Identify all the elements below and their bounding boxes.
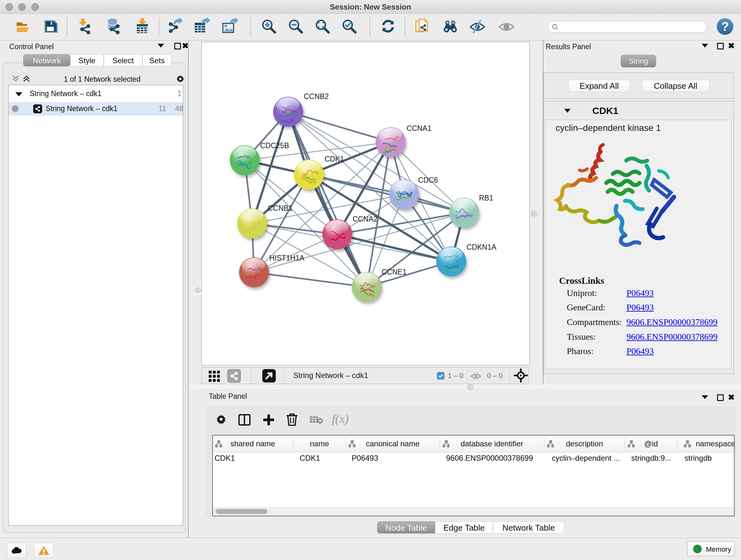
svg-text:CCNA2: CCNA2 xyxy=(353,215,378,223)
svg-text:HIST1H1A: HIST1H1A xyxy=(269,254,305,262)
svg-text:CCNA1: CCNA1 xyxy=(407,124,431,132)
svg-text:RB1: RB1 xyxy=(479,194,493,202)
svg-text:CCNE1: CCNE1 xyxy=(382,268,407,276)
svg-text:CCNB1: CCNB1 xyxy=(268,204,293,212)
svg-text:CCNB2: CCNB2 xyxy=(304,92,329,101)
svg-text:CDKN1A: CDKN1A xyxy=(467,243,496,251)
svg-text:CDC25B: CDC25B xyxy=(260,141,289,150)
svg-text:CDC6: CDC6 xyxy=(418,176,438,184)
svg-text:CDK1: CDK1 xyxy=(325,155,344,163)
